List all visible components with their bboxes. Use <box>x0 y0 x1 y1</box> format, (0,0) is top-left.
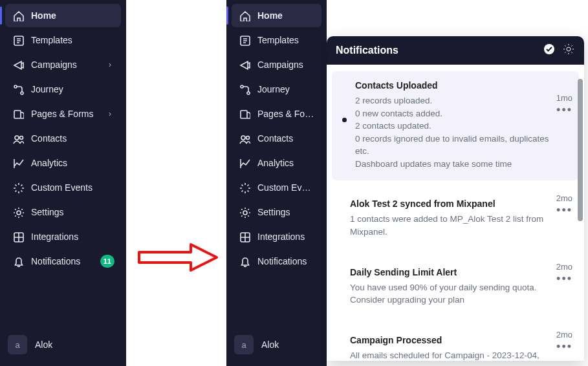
notification-time: 2mo <box>556 193 572 203</box>
sidebar-item-label: Templates <box>257 35 315 45</box>
notification-meta: 2mo ••• <box>556 262 572 282</box>
notification-title: Campaign Processed <box>350 335 563 345</box>
sidebar-item-settings[interactable]: Settings <box>5 200 121 224</box>
notification-more-button[interactable]: ••• <box>556 107 572 113</box>
sidebar-item-notifications[interactable]: Notifications 11 <box>5 250 121 273</box>
pages-icon <box>12 107 25 120</box>
sidebar-item-label: Journey <box>257 84 315 94</box>
notification-meta: 2mo ••• <box>556 330 572 350</box>
sidebar-user[interactable]: a Alok <box>234 335 319 354</box>
notification-time: 2mo <box>556 330 572 339</box>
sidebar-list: Home Templates Campaigns › Journey Pages… <box>0 0 126 273</box>
sidebar-user[interactable]: a Alok <box>8 335 118 354</box>
unread-dot-icon <box>342 118 347 122</box>
sidebar-item-label: Templates <box>31 35 114 45</box>
templates-icon <box>12 34 25 47</box>
sidebar-item-label: Custom Events <box>257 182 315 193</box>
sidebar-item-templates[interactable]: Templates <box>232 28 321 52</box>
events-icon <box>12 181 25 194</box>
notifications-body: Contacts Uploaded 2 records uploaded.0 n… <box>327 65 584 361</box>
user-name: Alok <box>35 339 52 350</box>
sidebar-item-pages-forms[interactable]: Pages & Forms <box>232 102 321 125</box>
sidebar-item-label: Notifications <box>31 256 100 266</box>
sidebar-item-label: Integrations <box>257 231 315 242</box>
sidebar-item-integrations[interactable]: Integrations <box>5 225 121 248</box>
sidebar-item-label: Analytics <box>257 158 315 168</box>
contacts-icon <box>238 132 251 145</box>
notification-title: Alok Test 2 synced from Mixpanel <box>350 199 563 209</box>
sidebar-item-journey[interactable]: Journey <box>5 78 121 101</box>
notification-more-button[interactable]: ••• <box>556 207 572 213</box>
sidebar-item-label: Home <box>257 10 315 21</box>
notifications-panel: Notifications Contacts Uploaded 2 record… <box>327 36 584 361</box>
notification-item[interactable]: Daily Sending Limit Alert You have used … <box>332 258 579 317</box>
notification-more-button[interactable]: ••• <box>556 343 572 350</box>
pages-icon <box>238 107 251 120</box>
notification-body: 2 records uploaded.0 new contacts added.… <box>355 94 563 170</box>
sidebar-item-label: Custom Events <box>31 182 114 193</box>
sidebar-item-custom-events[interactable]: Custom Events <box>232 176 321 199</box>
notification-time: 2mo <box>556 262 572 272</box>
sidebar-item-label: Notifications <box>257 256 315 266</box>
notification-item[interactable]: Contacts Uploaded 2 records uploaded.0 n… <box>332 71 579 180</box>
mark-all-read-button[interactable] <box>543 43 556 58</box>
campaigns-icon <box>12 58 25 71</box>
sidebar-item-analytics[interactable]: Analytics <box>5 151 121 175</box>
sidebar-item-label: Contacts <box>257 133 315 144</box>
sidebar-item-integrations[interactable]: Integrations <box>232 225 321 248</box>
sidebar-item-contacts[interactable]: Contacts <box>232 127 321 150</box>
scrollbar[interactable] <box>576 70 584 356</box>
notifications-icon <box>12 255 25 268</box>
sidebar-item-label: Campaigns <box>31 59 105 70</box>
notifications-actions <box>543 43 575 58</box>
notification-time: 1mo <box>556 93 572 103</box>
sidebar-item-notifications[interactable]: Notifications <box>232 250 321 273</box>
avatar: a <box>8 335 27 354</box>
notifications-title: Notifications <box>336 45 543 56</box>
templates-icon <box>238 34 251 47</box>
analytics-icon <box>12 156 25 169</box>
sidebar-item-home[interactable]: Home <box>5 4 121 27</box>
sidebar-item-templates[interactable]: Templates <box>5 28 121 52</box>
notification-title: Daily Sending Limit Alert <box>350 267 563 277</box>
notification-item[interactable]: Alok Test 2 synced from Mixpanel 1 conta… <box>332 189 579 248</box>
sidebar-item-pages-forms[interactable]: Pages & Forms › <box>5 102 121 125</box>
journey-icon <box>238 83 251 96</box>
sidebar-item-settings[interactable]: Settings <box>232 200 321 224</box>
sidebar-item-label: Settings <box>257 207 315 217</box>
settings-icon <box>238 206 251 219</box>
journey-icon <box>12 83 25 96</box>
chevron-right-icon: › <box>105 60 114 69</box>
sidebar-item-home[interactable]: Home <box>232 4 321 27</box>
notification-more-button[interactable]: ••• <box>556 275 572 282</box>
scrollbar-thumb[interactable] <box>578 79 583 221</box>
sidebar-item-contacts[interactable]: Contacts <box>5 127 121 150</box>
notification-item[interactable]: Campaign Processed All emails scheduled … <box>332 326 579 361</box>
notifications-header: Notifications <box>327 36 584 65</box>
notification-meta: 1mo ••• <box>556 93 572 113</box>
chevron-right-icon: › <box>105 109 114 118</box>
settings-icon <box>12 206 25 219</box>
home-icon <box>238 9 251 22</box>
notification-body: You have used 90% of your daily sending … <box>350 281 563 307</box>
contacts-icon <box>12 132 25 145</box>
sidebar-item-campaigns[interactable]: Campaigns <box>232 53 321 76</box>
sidebar-before: Home Templates Campaigns › Journey Pages… <box>0 0 126 366</box>
sidebar-item-label: Pages & Forms <box>257 109 315 119</box>
sidebar-item-analytics[interactable]: Analytics <box>232 151 321 175</box>
sidebar-list: Home Templates Campaigns Journey Pages &… <box>226 0 327 273</box>
notification-settings-button[interactable] <box>562 43 575 58</box>
campaigns-icon <box>238 58 251 71</box>
integrations-icon <box>238 230 251 243</box>
sidebar-item-label: Pages & Forms <box>31 109 105 119</box>
sidebar-item-label: Home <box>31 10 114 21</box>
sidebar-item-label: Journey <box>31 84 114 94</box>
sidebar-item-label: Campaigns <box>257 59 315 70</box>
events-icon <box>238 181 251 194</box>
sidebar-after: Home Templates Campaigns Journey Pages &… <box>226 0 327 366</box>
sidebar-item-journey[interactable]: Journey <box>232 78 321 101</box>
integrations-icon <box>12 230 25 243</box>
sidebar-item-campaigns[interactable]: Campaigns › <box>5 53 121 76</box>
sidebar-item-custom-events[interactable]: Custom Events <box>5 176 121 199</box>
annotation-arrow <box>136 239 220 275</box>
